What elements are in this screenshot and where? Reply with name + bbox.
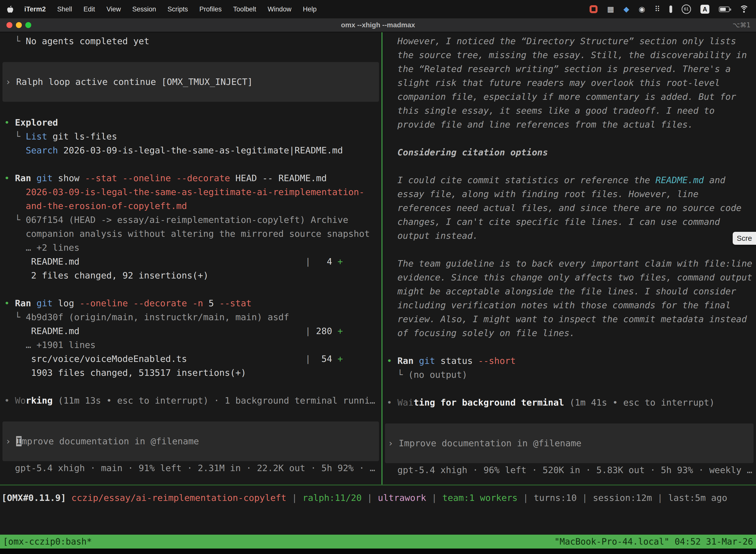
tmux-host-clock: "MacBook-Pro-44.local" 04:52 31-Mar-26 [554,537,753,547]
terminal-line [382,409,756,424]
prompt-input[interactable]: › Improve documentation in @filename [2,422,379,461]
apple-menu-icon[interactable] [7,5,13,13]
terminal-line: └ 4b9d30f (origin/main, instructkr/main,… [0,310,381,324]
terminal-line: › Improve documentation in @filename [385,436,753,450]
terminal-line [0,282,381,296]
terminal-line [0,407,381,422]
terminal-line [0,380,381,394]
terminal-line: the source tree, missing the essay. Stil… [382,48,756,62]
menu-edit[interactable]: Edit [83,5,95,13]
terminal-line: The team guideline is to back every impo… [382,257,756,271]
macos-menu-bar: iTerm2 Shell Edit View Session Scripts P… [0,0,756,18]
tmux-pane-left[interactable]: └ No agents completed yet› Ralph loop ac… [0,32,381,485]
bottom-filler [0,549,756,554]
menu-profiles[interactable]: Profiles [199,5,222,13]
battery-icon[interactable] [719,6,730,12]
terminal-line: Search 2026-03-09-is-legal-the-same-as-l… [0,144,381,157]
terminal-line [0,157,381,171]
terminal-line: 2 files changed, 92 insertions(+) [0,269,381,282]
status-separator [0,485,756,486]
terminal-line: 1903 files changed, 513517 insertions(+) [0,366,381,380]
window-title: omx --xhigh --madmax [0,18,756,32]
dark-app-icon[interactable]: ◉ [639,5,645,13]
omx-status-bar: [OMX#0.11.9] cczip/essay/ai-reimplementa… [0,491,756,505]
terminal-line: Considering citation options [382,146,756,159]
terminal-line: • Ran git show --stat --oneline --decora… [0,171,381,185]
terminal-line: • Explored [0,116,381,129]
iterm2-window: iTerm2 Shell Edit View Session Scripts P… [0,0,756,554]
menu-help[interactable]: Help [303,5,317,13]
terminal-line [0,102,381,116]
terminal-line: and-the-erosion-of-copyleft.md [0,199,381,213]
menu-window[interactable]: Window [268,5,292,13]
terminal-line: › Ralph loop active continue [OMX_TMUX_I… [3,75,378,89]
terminal-line [0,48,381,62]
tmux-pane-right[interactable]: However, I noticed the “Directory Struct… [382,32,756,485]
key-icon[interactable] [670,5,672,13]
wifi-icon[interactable] [739,5,749,13]
window-grid-icon[interactable]: ▦ [607,5,614,13]
terminal-line [382,382,756,396]
menu-session[interactable]: Session [132,5,156,13]
terminal-line: └ No agents completed yet [0,34,381,48]
terminal-line: └ (no output) [382,368,756,382]
tmux-status-bar: [omx-cczip0:bash* "MacBook-Pro-44.local"… [0,535,756,549]
prompt-input[interactable]: › Improve documentation in @filename [385,424,754,463]
terminal-line: • Ran git log --oneline --decorate -n 5 … [0,296,381,310]
terminal-line: evidence. Since this change only affects… [382,271,756,284]
input-source-icon[interactable]: A [700,5,709,14]
blue-app-icon[interactable]: ◆ [624,5,629,13]
terminal-line: I could cite commit statistics or refere… [382,173,756,187]
menu-bar-status-icons: ▦ ◆ ◉ ⠿ 61 A [589,4,749,14]
terminal-line: • Waiting for background terminal (1m 41… [382,396,756,409]
terminal-line: README.md | 4 + [0,255,381,269]
terminal-line: might be acceptable alongside the file l… [382,284,756,298]
ralph-loop-banner: › Ralph loop active continue [OMX_TMUX_I… [2,62,379,102]
tmux-session-name[interactable]: [omx-cczip0:bash* [3,537,92,547]
terminal-line [382,131,756,146]
terminal-line: README.md | 280 + [0,324,381,338]
terminal-line: companion analysis without altering the … [0,227,381,241]
dots-grid-icon[interactable]: ⠿ [654,5,660,13]
terminal-line: … +1901 lines [0,338,381,352]
apple-logo-icon [7,5,13,13]
terminal-line: src/voice/voiceModeEnabled.ts | 54 + [0,352,381,366]
terminal-line: references need actual files, and since … [382,201,756,215]
terminal-line: However, I noticed the “Directory Struct… [382,34,756,48]
terminal-line: └ 067f154 (HEAD -> essay/ai-reimplementa… [0,213,381,227]
terminal-line: provide file and line references from th… [382,118,756,131]
terminal-line: this single essay, it seems like a good … [382,104,756,118]
terminal-line: including verification notes with those … [382,298,756,312]
terminal-line: review. Also, I might want to inspect th… [382,312,756,326]
menu-scripts[interactable]: Scripts [168,5,188,13]
terminal-line: companion file, especially if more comme… [382,90,756,104]
terminal-line: • Working (11m 13s • esc to interrupt) ·… [0,394,381,407]
terminal-line: output instead. [382,229,756,243]
terminal-line: … +2 lines [0,241,381,255]
menu-app-name[interactable]: iTerm2 [24,5,46,13]
menu-view[interactable]: View [107,5,121,13]
terminal-line: slight risk that future readers may over… [382,76,756,90]
battery-percent-badge[interactable]: 61 [682,4,691,14]
terminal-line: of focusing solely on file lines. [382,326,756,340]
edge-tooltip: Scre [733,232,756,245]
terminal-line: └ List git ls-files [0,129,381,144]
menu-shell[interactable]: Shell [57,5,72,13]
terminal-line: 2026-03-09-is-legal-the-same-as-legitima… [0,185,381,199]
screen-recording-indicator-icon[interactable] [589,5,597,13]
terminal-line: [OMX#0.11.9] cczip/essay/ai-reimplementa… [0,491,756,505]
window-title-bar[interactable]: omx --xhigh --madmax ⌥⌘1 [0,18,756,32]
terminal-line: gpt-5.4 xhigh · 96% left · 520K in · 5.8… [382,463,756,477]
terminal-line: changes, I can't cite specific file line… [382,215,756,229]
terminal-line [382,340,756,354]
menu-toolbelt[interactable]: Toolbelt [233,5,256,13]
terminal-line: essay file, along with finding root file… [382,187,756,201]
terminal-line: gpt-5.4 xhigh · main · 91% left · 2.31M … [0,461,381,475]
terminal-line: the “Related research writing” section i… [382,62,756,76]
terminal-line: • Ran git status --short [382,354,756,368]
terminal-line [382,159,756,173]
terminal-line [382,243,756,257]
terminal-line: › Improve documentation in @filename [3,434,378,448]
window-hotkey-indicator: ⌥⌘1 [733,18,751,32]
